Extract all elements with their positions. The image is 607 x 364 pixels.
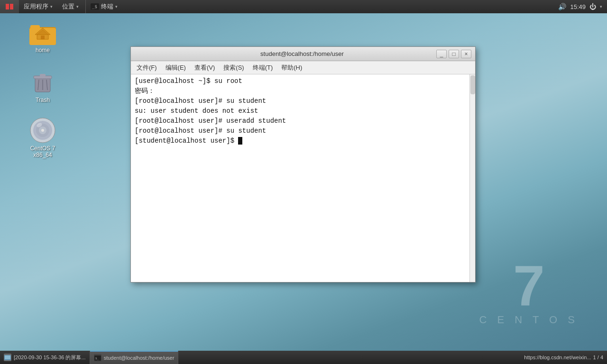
desktop-icon-trash[interactable]: Trash: [24, 70, 62, 103]
terminal-title: student@localhost:/home/user: [168, 50, 436, 57]
home-icon-label: home: [36, 47, 50, 54]
term-menu-help[interactable]: 帮助(H): [277, 63, 306, 73]
svg-rect-1: [10, 4, 13, 7]
term-menu-file[interactable]: 文件(F): [133, 63, 161, 73]
taskbar: [2020-09-30 15-36-36 的屏幕... $_ student@l…: [0, 351, 607, 364]
terminal-menubar: 文件(F) 编辑(E) 查看(V) 搜索(S) 终端(T) 帮助(H): [131, 61, 475, 74]
svg-rect-11: [41, 36, 45, 39]
top-panel-left: 应用程序 ▾ 位置 ▾ _$ 终端 ▾: [0, 0, 122, 13]
term-menu-edit[interactable]: 编辑(E): [162, 63, 190, 73]
taskbar-url: https://blog.csdn.net/weixin...: [524, 355, 591, 360]
power-arrow[interactable]: ▾: [600, 4, 602, 9]
taskbar-terminal-label: student@localhost:/home/user: [104, 355, 175, 361]
desktop: 应用程序 ▾ 位置 ▾ _$ 终端 ▾ 🔊 15:49 ⏻: [0, 0, 607, 364]
power-icon[interactable]: ⏻: [589, 3, 596, 10]
app-menu-button[interactable]: 应用程序 ▾: [19, 0, 57, 13]
desktop-icon-home[interactable]: home: [24, 21, 62, 54]
taskbar-pagination: 1 / 4: [593, 355, 603, 360]
terminal-titlebar: student@localhost:/home/user _ □ ×: [131, 47, 475, 61]
centos-brand: C E N T O S: [479, 314, 579, 326]
term-menu-terminal[interactable]: 终端(T): [249, 63, 277, 73]
centos-watermark: 7 C E N T O S: [479, 257, 579, 326]
svg-text:_$: _$: [92, 4, 97, 9]
svg-rect-3: [10, 7, 13, 9]
centos-number: 7: [479, 257, 579, 314]
terminal-content[interactable]: [user@localhost ~]$ su root 密码： [root@lo…: [131, 74, 469, 282]
terminal-body: [user@localhost ~]$ su root 密码： [root@lo…: [131, 74, 475, 282]
taskbar-left: [2020-09-30 15-36-36 的屏幕... $_ student@l…: [0, 351, 178, 364]
taskbar-screenshot-label: [2020-09-30 15-36-36 的屏幕...: [14, 354, 86, 361]
terminal-close-button[interactable]: ×: [461, 50, 471, 58]
desktop-icon-centos[interactable]: CentOS 7 x86_64: [24, 118, 62, 158]
term-menu-search[interactable]: 搜索(S): [220, 63, 248, 73]
terminal-window: student@localhost:/home/user _ □ × 文件(F)…: [130, 46, 476, 282]
top-panel: 应用程序 ▾ 位置 ▾ _$ 终端 ▾ 🔊 15:49 ⏻: [0, 0, 607, 13]
terminal-menu-button[interactable]: _$ 终端 ▾: [85, 0, 122, 13]
terminal-scrollbar[interactable]: [469, 74, 475, 282]
terminal-minimize-button[interactable]: _: [436, 50, 447, 58]
svg-rect-0: [6, 4, 9, 7]
screenshot-taskbar-icon: [4, 354, 11, 361]
terminal-controls: _ □ ×: [436, 50, 471, 58]
terminal-taskbar-icon: $_: [94, 354, 101, 362]
system-menu-icon[interactable]: [0, 0, 19, 13]
taskbar-terminal-item[interactable]: $_ student@localhost:/home/user: [90, 351, 179, 364]
svg-text:$_: $_: [95, 356, 99, 360]
clock: 15:49: [570, 3, 586, 10]
taskbar-screenshot-item[interactable]: [2020-09-30 15-36-36 的屏幕...: [0, 351, 90, 364]
svg-rect-16: [40, 74, 46, 77]
top-panel-right: 🔊 15:49 ⏻ ▾: [558, 3, 607, 10]
svg-point-24: [41, 129, 44, 132]
terminal-cursor: [238, 137, 242, 145]
svg-rect-2: [6, 7, 9, 9]
location-menu-button[interactable]: 位置 ▾: [57, 0, 83, 13]
svg-rect-8: [30, 25, 40, 31]
terminal-maximize-button[interactable]: □: [449, 50, 459, 58]
taskbar-right: https://blog.csdn.net/weixin... 1 / 4: [524, 355, 607, 360]
trash-icon-label: Trash: [36, 97, 50, 103]
volume-icon[interactable]: 🔊: [558, 3, 566, 10]
svg-rect-27: [5, 355, 10, 359]
centos-icon-label: CentOS 7 x86_64: [24, 145, 62, 158]
term-menu-view[interactable]: 查看(V): [191, 63, 219, 73]
